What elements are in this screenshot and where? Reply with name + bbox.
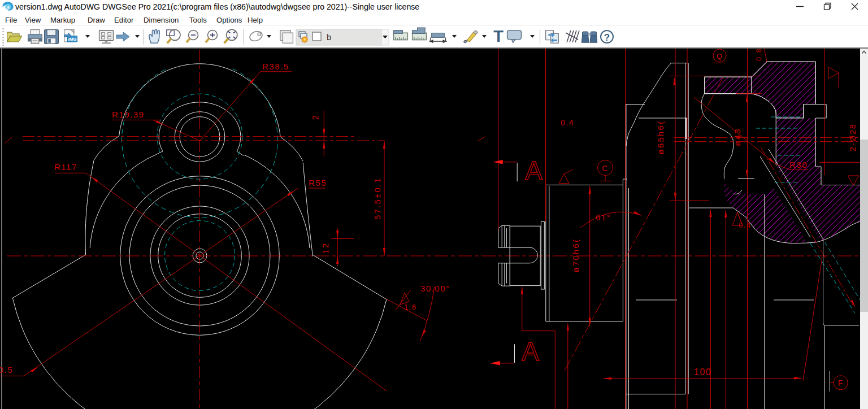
svg-text:Tools: Tools — [189, 16, 207, 24]
svg-text:±0.5: ±0.5 — [0, 365, 13, 375]
svg-text:a: a — [7, 5, 10, 10]
svg-text:Dimension: Dimension — [144, 16, 179, 24]
svg-text:C: C — [602, 164, 609, 173]
svg-text:Editor: Editor — [114, 16, 134, 24]
svg-text:A: A — [522, 337, 539, 366]
svg-text:100: 100 — [694, 367, 711, 377]
svg-text:b: b — [327, 32, 331, 42]
svg-text:R117: R117 — [54, 162, 77, 172]
svg-text:2: 2 — [310, 114, 320, 120]
svg-text:Options: Options — [216, 16, 242, 24]
svg-text:version1.dwg AutoDWG DWGSee Pr: version1.dwg AutoDWG DWGSee Pro 2021(c:\… — [15, 2, 419, 11]
svg-text:Q: Q — [717, 52, 723, 60]
svg-text:0.4: 0.4 — [739, 221, 752, 229]
svg-text:1.6: 1.6 — [404, 303, 417, 311]
svg-text:ø70h6(: ø70h6( — [571, 238, 580, 273]
svg-text:Help: Help — [248, 16, 263, 24]
svg-text:30.00°: 30.00° — [420, 284, 450, 293]
svg-text:57.5±0.1: 57.5±0.1 — [372, 177, 382, 220]
svg-text:R38.5: R38.5 — [262, 62, 289, 71]
svg-text:R19.39: R19.39 — [112, 110, 144, 119]
svg-text:ø65h6(: ø65h6( — [656, 120, 665, 155]
svg-text:R30: R30 — [789, 160, 808, 169]
svg-text:61°: 61° — [596, 212, 611, 222]
svg-text:Draw: Draw — [88, 16, 105, 24]
svg-text:R55: R55 — [309, 178, 327, 188]
svg-text:2-Ø28: 2-Ø28 — [848, 123, 857, 151]
svg-text:ø43: ø43 — [732, 128, 742, 146]
svg-text:T: T — [493, 27, 504, 45]
svg-text:0.8: 0.8 — [755, 47, 763, 60]
svg-text:?: ? — [604, 32, 610, 43]
svg-text:Markup: Markup — [50, 16, 75, 24]
svg-text:12: 12 — [320, 242, 330, 254]
svg-text:F: F — [838, 378, 844, 388]
svg-text:File: File — [5, 16, 17, 24]
svg-text:A: A — [525, 156, 542, 185]
svg-text:View: View — [25, 16, 41, 24]
svg-text:0.4: 0.4 — [561, 118, 574, 127]
